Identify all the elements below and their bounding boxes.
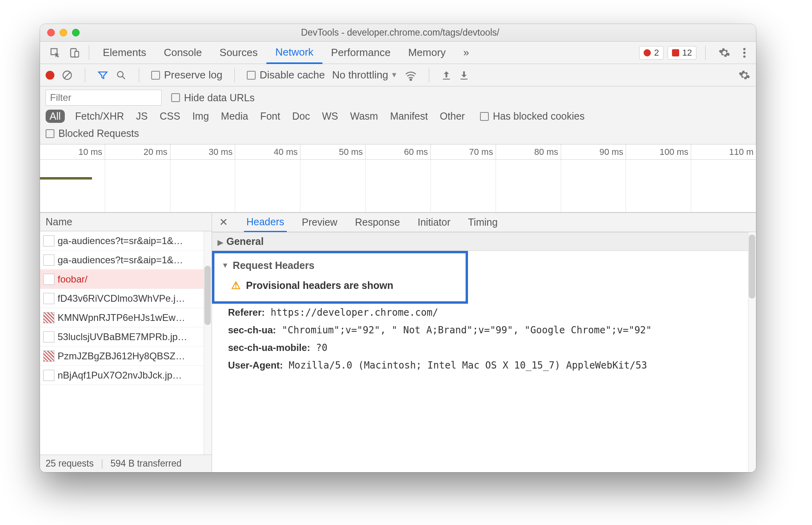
detail-tab-preview[interactable]: Preview bbox=[300, 213, 340, 232]
throttling-value: No throttling bbox=[332, 69, 388, 81]
filter-type-js[interactable]: JS bbox=[134, 110, 149, 123]
svg-point-8 bbox=[118, 71, 123, 77]
close-window-button[interactable] bbox=[47, 29, 55, 36]
throttling-select[interactable]: No throttling ▼ bbox=[332, 69, 398, 81]
request-row[interactable]: ga-audiences?t=sr&aip=1&… bbox=[40, 250, 212, 270]
upload-har-icon[interactable] bbox=[441, 70, 452, 81]
request-headers-section-header[interactable]: ▼ Request Headers bbox=[222, 260, 458, 271]
svg-point-3 bbox=[743, 48, 746, 50]
chevron-down-icon: ▼ bbox=[222, 261, 229, 270]
download-har-icon[interactable] bbox=[459, 70, 469, 81]
header-value-sec-ch-ua: "Chromium";v="92", " Not A;Brand";v="99"… bbox=[282, 325, 652, 336]
general-section-title: General bbox=[226, 236, 264, 247]
devtools-window: DevTools - developer.chrome.com/tags/dev… bbox=[40, 24, 756, 472]
request-name: KMNWpnRJTP6eHJs1wEw… bbox=[58, 312, 185, 323]
filter-type-font[interactable]: Font bbox=[258, 110, 282, 123]
request-list[interactable]: ga-audiences?t=sr&aip=1&…ga-audiences?t=… bbox=[40, 231, 212, 455]
minimize-window-button[interactable] bbox=[60, 29, 67, 36]
search-icon[interactable] bbox=[116, 70, 127, 81]
detail-tab-response[interactable]: Response bbox=[352, 213, 402, 232]
filter-type-fetch-xhr[interactable]: Fetch/XHR bbox=[74, 110, 126, 123]
error-square-count: 12 bbox=[682, 48, 692, 58]
request-thumbnail-icon bbox=[43, 254, 54, 266]
filter-type-css[interactable]: CSS bbox=[158, 110, 182, 123]
request-row[interactable]: fD43v6RiVCDlmo3WhVPe.j… bbox=[40, 289, 212, 308]
timeline-tick: 70 ms bbox=[431, 144, 496, 159]
timeline-activity-bar bbox=[40, 177, 92, 180]
tab-network[interactable]: Network bbox=[266, 42, 322, 64]
detail-tab-timing[interactable]: Timing bbox=[466, 213, 500, 232]
filter-type-doc[interactable]: Doc bbox=[290, 110, 311, 123]
record-button[interactable] bbox=[46, 71, 54, 80]
request-count: 25 requests bbox=[46, 458, 94, 469]
error-circle-count: 2 bbox=[654, 48, 659, 58]
svg-point-10 bbox=[410, 79, 412, 80]
filter-input[interactable] bbox=[46, 90, 162, 106]
device-toggle-icon[interactable] bbox=[65, 45, 84, 61]
request-thumbnail-icon bbox=[43, 235, 54, 246]
hide-data-urls-checkbox[interactable]: Hide data URLs bbox=[171, 92, 254, 104]
request-row[interactable]: ga-audiences?t=sr&aip=1&… bbox=[40, 231, 212, 250]
network-split-view: Name ga-audiences?t=sr&aip=1&…ga-audienc… bbox=[40, 212, 756, 472]
window-controls bbox=[47, 29, 80, 36]
timeline-tick: 40 ms bbox=[235, 144, 300, 159]
request-row[interactable]: nBjAqf1PuX7O2nvJbJck.jp… bbox=[40, 366, 212, 385]
disable-cache-checkbox[interactable]: Disable cache bbox=[247, 69, 325, 81]
close-detail-icon[interactable]: ✕ bbox=[216, 216, 231, 228]
clear-icon[interactable] bbox=[62, 70, 73, 81]
filter-type-all[interactable]: All bbox=[46, 110, 65, 123]
detail-body[interactable]: ▶General ▼ Request Headers ⚠ Provisional… bbox=[212, 232, 756, 472]
filter-toggle-icon[interactable] bbox=[97, 70, 108, 81]
request-list-header[interactable]: Name bbox=[40, 213, 212, 231]
svg-point-4 bbox=[743, 52, 746, 54]
blocked-requests-label: Blocked Requests bbox=[58, 128, 139, 139]
filter-type-img[interactable]: Img bbox=[191, 110, 211, 123]
request-row[interactable]: KMNWpnRJTP6eHJs1wEw… bbox=[40, 308, 212, 327]
network-settings-gear-icon[interactable] bbox=[738, 69, 750, 81]
tabs-overflow-icon[interactable]: » bbox=[454, 42, 478, 64]
tab-console[interactable]: Console bbox=[155, 42, 210, 64]
error-count-badge[interactable]: 2 bbox=[639, 46, 663, 60]
timeline-tick: 20 ms bbox=[105, 144, 170, 159]
window-title: DevTools - developer.chrome.com/tags/dev… bbox=[84, 27, 716, 38]
request-thumbnail-icon bbox=[43, 370, 54, 381]
filter-type-media[interactable]: Media bbox=[219, 110, 250, 123]
svg-point-5 bbox=[743, 55, 746, 58]
detail-scrollbar[interactable] bbox=[748, 232, 756, 472]
timeline-tick: 100 ms bbox=[626, 144, 691, 159]
request-list-pane: Name ga-audiences?t=sr&aip=1&…ga-audienc… bbox=[40, 213, 212, 472]
tab-elements[interactable]: Elements bbox=[94, 42, 155, 64]
request-list-scrollbar[interactable] bbox=[204, 231, 212, 455]
inspect-element-icon[interactable] bbox=[46, 45, 65, 61]
has-blocked-cookies-checkbox[interactable]: Has blocked cookies bbox=[480, 110, 584, 122]
request-name: nBjAqf1PuX7O2nvJbJck.jp… bbox=[58, 370, 182, 381]
filter-type-wasm[interactable]: Wasm bbox=[348, 110, 380, 123]
blocked-requests-checkbox[interactable]: Blocked Requests bbox=[46, 128, 139, 139]
tab-sources[interactable]: Sources bbox=[211, 42, 266, 64]
request-row[interactable]: 53luclsjUVBaBME7MPRb.jp… bbox=[40, 327, 212, 347]
preserve-log-checkbox[interactable]: Preserve log bbox=[151, 69, 222, 81]
zoom-window-button[interactable] bbox=[72, 29, 80, 36]
settings-gear-icon[interactable] bbox=[714, 44, 734, 61]
header-value-sec-ch-ua-mobile: ?0 bbox=[316, 342, 328, 353]
network-timeline[interactable]: 10 ms 20 ms 30 ms 40 ms 50 ms 60 ms 70 m… bbox=[40, 144, 756, 212]
filter-type-manifest[interactable]: Manifest bbox=[388, 110, 429, 123]
kebab-menu-icon[interactable] bbox=[738, 45, 750, 61]
request-name: ga-audiences?t=sr&aip=1&… bbox=[58, 254, 183, 266]
detail-tab-initiator[interactable]: Initiator bbox=[415, 213, 453, 232]
detail-tab-headers[interactable]: Headers bbox=[244, 213, 287, 232]
request-row[interactable]: foobar/ bbox=[40, 270, 212, 289]
hide-data-urls-label: Hide data URLs bbox=[184, 92, 254, 104]
tab-memory[interactable]: Memory bbox=[399, 42, 454, 64]
tab-performance[interactable]: Performance bbox=[322, 42, 400, 64]
svg-rect-12 bbox=[461, 78, 468, 79]
filter-type-other[interactable]: Other bbox=[438, 110, 467, 123]
request-name: PzmJZBgZBJ612Hy8QBSZ… bbox=[58, 351, 185, 362]
filter-type-ws[interactable]: WS bbox=[320, 110, 340, 123]
request-name: 53luclsjUVBaBME7MPRb.jp… bbox=[58, 331, 187, 343]
general-section-header[interactable]: ▶General bbox=[212, 232, 756, 251]
filter-bar: Hide data URLs All Fetch/XHR JS CSS Img … bbox=[40, 86, 756, 144]
request-row[interactable]: PzmJZBgZBJ612Hy8QBSZ… bbox=[40, 347, 212, 366]
network-conditions-icon[interactable] bbox=[405, 70, 417, 81]
issue-count-badge[interactable]: 12 bbox=[668, 46, 696, 60]
